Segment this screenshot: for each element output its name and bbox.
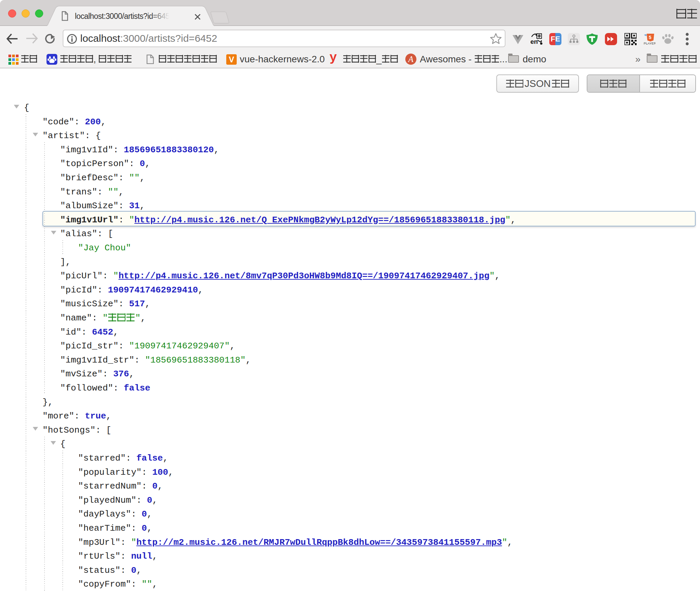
svg-text:en: en [530, 38, 538, 45]
svg-text:PLAYER: PLAYER [644, 41, 655, 45]
svg-text:5: 5 [649, 35, 651, 40]
